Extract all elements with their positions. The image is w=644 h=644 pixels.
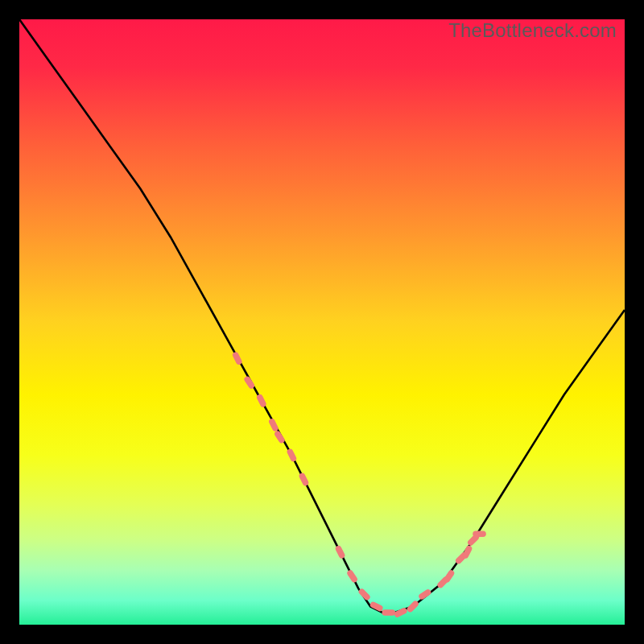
plot-frame: TheBottleneck.com	[19, 19, 625, 625]
svg-rect-0	[19, 19, 625, 625]
watermark-text: TheBottleneck.com	[448, 19, 617, 42]
gradient-background	[19, 19, 625, 625]
